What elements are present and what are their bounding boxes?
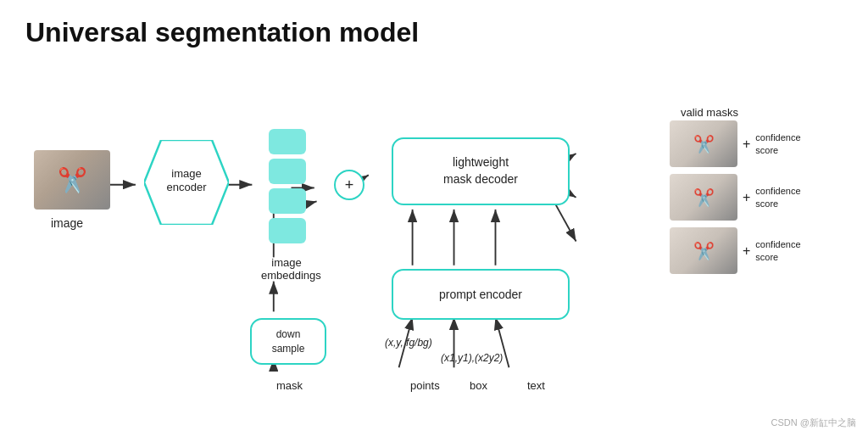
box-label: box (470, 379, 487, 392)
box-formula: (x1,y1),(x2y2) (441, 352, 503, 364)
prompt-encoder-box: prompt encoder (392, 269, 570, 320)
embed-block-4 (269, 218, 306, 243)
output-image-3: ✂️ (670, 227, 737, 274)
embed-block-1 (269, 129, 306, 154)
mask-decoder-box: lightweight mask decoder (392, 137, 570, 205)
output-row-1: ✂️ + confidence score (670, 120, 801, 167)
input-image: ✂️ (34, 150, 110, 210)
mask-label: mask (276, 379, 303, 392)
valid-masks-label: valid masks (681, 106, 738, 119)
output-row-3: ✂️ + confidence score (670, 227, 801, 274)
confidence-label-1: confidence score (755, 131, 800, 156)
mask-decoder-label: lightweight mask decoder (443, 154, 518, 187)
points-formula: (x,y, fg/bg) (385, 337, 432, 349)
plus-sign-2: + (743, 190, 750, 205)
plus-circle: + (334, 170, 364, 200)
embed-block-2 (269, 159, 306, 184)
page-title: Universal segmentation model (25, 17, 843, 48)
text-label: text (527, 379, 545, 392)
diagram-container: Universal segmentation model (0, 0, 868, 436)
image-label: image (51, 216, 83, 230)
output-image-2: ✂️ (670, 174, 737, 221)
downsample-box: down sample (250, 318, 326, 365)
encoder-box: image encoder (144, 140, 229, 225)
main-area: ✂️ image image encoder image embeddings … (25, 74, 843, 396)
svg-text:image: image (171, 167, 201, 180)
downsample-label: down sample (272, 327, 305, 356)
output-area: ✂️ + confidence score ✂️ + confidence sc… (670, 120, 801, 274)
points-label: points (410, 379, 440, 392)
embeddings-stack (269, 129, 306, 243)
plus-sign-3: + (743, 243, 750, 259)
embed-block-3 (269, 188, 306, 214)
prompt-encoder-label: prompt encoder (439, 288, 522, 301)
plus-sign-1: + (743, 137, 750, 152)
embeddings-label: image embeddings (261, 256, 312, 282)
confidence-label-3: confidence score (755, 238, 800, 263)
scissors-image: ✂️ (34, 150, 110, 210)
svg-text:encoder: encoder (167, 181, 208, 193)
confidence-label-2: confidence score (755, 185, 800, 210)
output-image-1: ✂️ (670, 120, 737, 167)
watermark: CSDN @新缸中之脑 (771, 416, 856, 429)
output-row-2: ✂️ + confidence score (670, 174, 801, 221)
